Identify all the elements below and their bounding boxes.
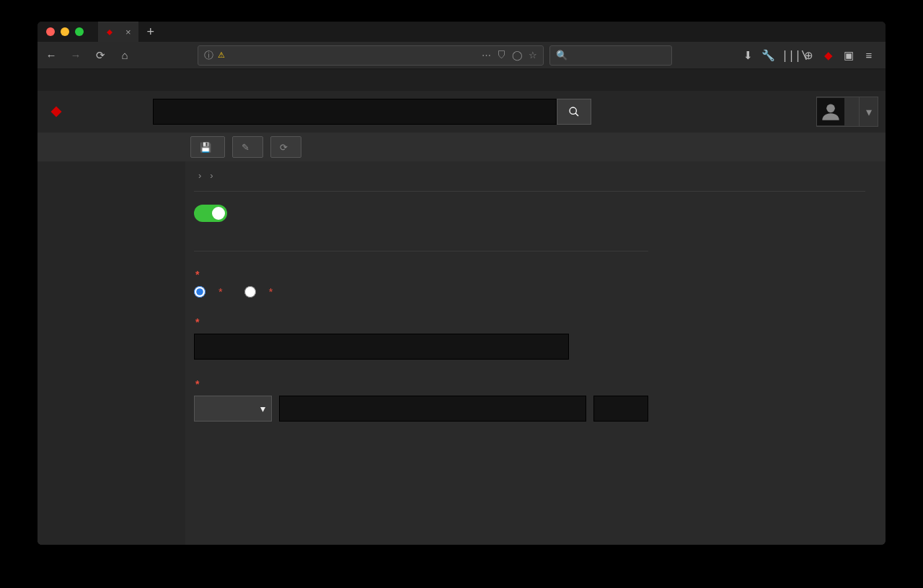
- minimize-window-icon[interactable]: [61, 27, 69, 36]
- info-icon[interactable]: ⓘ: [204, 49, 213, 62]
- content-panel: › › *: [185, 161, 886, 545]
- maximize-window-icon[interactable]: [75, 27, 84, 36]
- label-domain: *: [194, 316, 648, 328]
- download-icon[interactable]: ⬇: [741, 49, 754, 62]
- passbolt-ext-icon[interactable]: ◆: [822, 49, 835, 62]
- close-tab-icon[interactable]: ×: [125, 27, 131, 37]
- permissions-icon[interactable]: ◯: [512, 50, 523, 61]
- titlebar: × +: [37, 22, 886, 42]
- close-window-icon[interactable]: [46, 27, 55, 36]
- app-root: ▾ 💾 ✎ ⟳ ›: [37, 69, 886, 545]
- app-header: ▾: [37, 91, 886, 133]
- section-credentials-title: [194, 238, 648, 244]
- svg-marker-1: [51, 107, 62, 117]
- breadcrumb: › ›: [194, 161, 865, 192]
- admin-sidebar: [37, 161, 185, 545]
- radio-open-ldap[interactable]: *: [244, 286, 273, 298]
- chevron-down-icon[interactable]: ▾: [859, 97, 878, 126]
- back-icon[interactable]: ←: [42, 49, 61, 61]
- sidebar-item-mfa[interactable]: [45, 170, 178, 176]
- user-icon: [821, 102, 841, 122]
- new-tab-button[interactable]: +: [138, 24, 164, 40]
- wand-icon: ✎: [242, 142, 249, 153]
- chevron-down-icon: ▾: [260, 403, 265, 414]
- svg-marker-0: [107, 30, 112, 35]
- action-bar: 💾 ✎ ⟳: [37, 133, 886, 161]
- extension1-icon[interactable]: ⊕: [802, 49, 815, 62]
- url-bar[interactable]: ⓘ ⚠ ⋯ ⛉ ◯ ☆: [198, 45, 544, 66]
- top-nav: [37, 69, 886, 91]
- label-server-url: *: [194, 378, 648, 390]
- form-column: * * *: [194, 205, 648, 440]
- enable-toggle[interactable]: [194, 205, 227, 222]
- shield-icon[interactable]: ⛉: [497, 50, 506, 61]
- browser-search[interactable]: 🔍: [549, 45, 672, 66]
- save-icon: 💾: [200, 142, 211, 153]
- synchronize-button[interactable]: ⟳: [270, 136, 301, 158]
- devtools-icon[interactable]: 🔧: [761, 49, 774, 62]
- main-row: › › *: [37, 161, 886, 545]
- main-search-button[interactable]: [557, 99, 591, 125]
- menu-icon[interactable]: ≡: [862, 49, 875, 61]
- refresh-icon: ⟳: [280, 142, 288, 153]
- home-icon[interactable]: ⌂: [115, 49, 134, 61]
- more-icon[interactable]: ⋯: [482, 50, 491, 61]
- svg-point-2: [570, 107, 576, 114]
- forward-icon[interactable]: →: [66, 49, 85, 61]
- browser-tab[interactable]: ×: [98, 22, 138, 42]
- svg-line-3: [575, 113, 578, 116]
- sidebar-icon[interactable]: ▣: [842, 49, 855, 62]
- lock-warning-icon: ⚠: [218, 50, 225, 60]
- bookmark-icon[interactable]: ☆: [529, 50, 537, 61]
- library-icon[interactable]: |||\: [782, 49, 795, 62]
- svg-point-4: [826, 104, 835, 113]
- avatar: [817, 98, 844, 125]
- search-icon: [568, 106, 580, 117]
- logo[interactable]: [45, 104, 63, 119]
- user-menu[interactable]: ▾: [816, 97, 878, 127]
- passbolt-favicon-icon: [105, 28, 114, 37]
- reload-icon[interactable]: ⟳: [91, 49, 110, 62]
- radio-active-directory[interactable]: *: [194, 286, 223, 298]
- protocol-select[interactable]: ▾: [194, 396, 272, 422]
- main-search-input[interactable]: [153, 99, 557, 125]
- host-input[interactable]: [279, 396, 586, 422]
- save-settings-button[interactable]: 💾: [190, 136, 225, 158]
- port-input[interactable]: [593, 396, 648, 422]
- main-search: [153, 99, 591, 125]
- simulate-sync-button[interactable]: ✎: [232, 136, 263, 158]
- domain-input[interactable]: [194, 334, 569, 360]
- browser-toolbar: ← → ⟳ ⌂ ⓘ ⚠ ⋯ ⛉ ◯ ☆ 🔍 ⬇ 🔧 |||\ ⊕ ◆: [37, 42, 886, 69]
- label-directory-type: *: [194, 269, 648, 280]
- search-icon: 🔍: [556, 50, 568, 61]
- browser-window: × + ← → ⟳ ⌂ ⓘ ⚠ ⋯ ⛉ ◯ ☆ 🔍 ⬇ 🔧: [37, 22, 886, 545]
- sidebar-item-users-directory[interactable]: [45, 176, 178, 182]
- logo-icon: [49, 104, 63, 119]
- window-controls: [37, 27, 84, 36]
